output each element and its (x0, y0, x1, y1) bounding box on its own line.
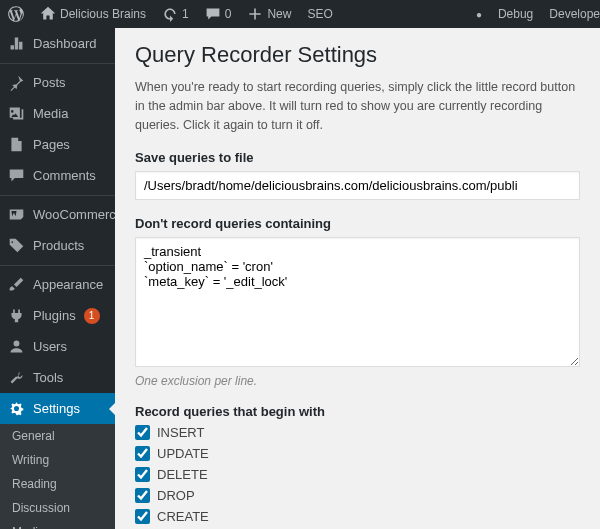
page-icon (8, 136, 25, 153)
wordpress-icon (8, 6, 24, 22)
check-create-row[interactable]: CREATE (135, 509, 580, 524)
brush-icon (8, 276, 25, 293)
menu-dashboard[interactable]: Dashboard (0, 28, 115, 59)
check-insert[interactable] (135, 425, 150, 440)
pin-icon (8, 74, 25, 91)
record-icon: ● (476, 9, 482, 20)
check-drop-row[interactable]: DROP (135, 488, 580, 503)
woo-icon (8, 206, 25, 223)
check-delete-row[interactable]: DELETE (135, 467, 580, 482)
check-update[interactable] (135, 446, 150, 461)
dashboard-icon (8, 35, 25, 52)
menu-products[interactable]: Products (0, 230, 115, 261)
debug-link[interactable]: Debug (490, 7, 541, 21)
sub-reading[interactable]: Reading (0, 472, 115, 496)
plus-icon (247, 6, 263, 22)
menu-plugins[interactable]: Plugins1 (0, 300, 115, 331)
debug-label: Debug (498, 7, 533, 21)
settings-submenu: General Writing Reading Discussion Media… (0, 424, 115, 529)
exclude-label: Don't record queries containing (135, 216, 580, 231)
seo-label: SEO (307, 7, 332, 21)
developer-link[interactable]: Develope (541, 7, 600, 21)
comments-link[interactable]: 0 (197, 6, 240, 22)
sub-discussion[interactable]: Discussion (0, 496, 115, 520)
media-icon (8, 105, 25, 122)
sub-writing[interactable]: Writing (0, 448, 115, 472)
tools-icon (8, 369, 25, 386)
check-update-row[interactable]: UPDATE (135, 446, 580, 461)
check-drop[interactable] (135, 488, 150, 503)
menu-comments[interactable]: Comments (0, 160, 115, 191)
plugins-badge: 1 (84, 308, 100, 324)
developer-label: Develope (549, 7, 600, 21)
admin-menu: Dashboard Posts Media Pages Comments Woo… (0, 28, 115, 529)
site-name-text: Delicious Brains (60, 7, 146, 21)
comments-count: 0 (225, 7, 232, 21)
menu-media[interactable]: Media (0, 98, 115, 129)
update-icon (162, 6, 178, 22)
site-name-link[interactable]: Delicious Brains (32, 6, 154, 22)
menu-users[interactable]: Users (0, 331, 115, 362)
record-button[interactable]: ● (468, 9, 490, 20)
page-description: When you're ready to start recording que… (135, 78, 580, 134)
save-file-label: Save queries to file (135, 150, 580, 165)
page-title: Query Recorder Settings (135, 42, 580, 68)
settings-icon (8, 400, 25, 417)
user-icon (8, 338, 25, 355)
menu-tools[interactable]: Tools (0, 362, 115, 393)
menu-settings[interactable]: Settings (0, 393, 115, 424)
menu-pages[interactable]: Pages (0, 129, 115, 160)
admin-bar: Delicious Brains 1 0 New SEO ● Debug Dev… (0, 0, 600, 28)
home-icon (40, 6, 56, 22)
menu-woocommerce[interactable]: WooCommerce (0, 195, 115, 230)
exclude-textarea[interactable] (135, 237, 580, 367)
updates-count: 1 (182, 7, 189, 21)
new-label: New (267, 7, 291, 21)
check-insert-row[interactable]: INSERT (135, 425, 580, 440)
plugin-icon (8, 307, 25, 324)
comment-icon (205, 6, 221, 22)
comments-icon (8, 167, 25, 184)
seo-adminbar-link[interactable]: SEO (299, 7, 340, 21)
wp-logo[interactable] (0, 6, 32, 22)
menu-posts[interactable]: Posts (0, 63, 115, 98)
check-create[interactable] (135, 509, 150, 524)
exclude-hint: One exclusion per line. (135, 374, 580, 388)
menu-appearance[interactable]: Appearance (0, 265, 115, 300)
check-delete[interactable] (135, 467, 150, 482)
sub-media[interactable]: Media (0, 520, 115, 529)
new-content-link[interactable]: New (239, 6, 299, 22)
updates-link[interactable]: 1 (154, 6, 197, 22)
sub-general[interactable]: General (0, 424, 115, 448)
product-icon (8, 237, 25, 254)
begin-label: Record queries that begin with (135, 404, 580, 419)
content-area: Query Recorder Settings When you're read… (115, 28, 600, 529)
save-file-input[interactable] (135, 171, 580, 200)
